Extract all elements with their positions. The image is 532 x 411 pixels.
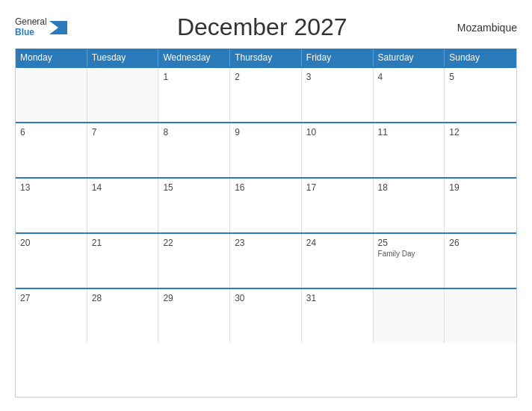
- calendar: MondayTuesdayWednesdayThursdayFridaySatu…: [15, 49, 517, 398]
- day-number: 13: [20, 182, 82, 193]
- calendar-cell: 22: [158, 234, 230, 288]
- day-number: 10: [306, 127, 368, 137]
- calendar-cell: 20: [16, 234, 87, 288]
- day-number: 25: [378, 238, 440, 248]
- calendar-cell: 1: [158, 68, 230, 122]
- calendar-week-1: 12345: [16, 67, 516, 122]
- calendar-cell: 4: [374, 68, 445, 122]
- calendar-title: December 2027: [177, 13, 347, 41]
- calendar-cell: 2: [230, 68, 302, 122]
- header-day-saturday: Saturday: [374, 49, 445, 67]
- calendar-cell: 5: [445, 68, 516, 122]
- day-number: 24: [306, 238, 368, 248]
- calendar-cell: 8: [158, 123, 230, 177]
- day-number: 3: [306, 72, 368, 82]
- calendar-cell: 7: [87, 123, 159, 177]
- day-number: 14: [92, 182, 154, 193]
- day-number: 28: [92, 293, 154, 303]
- calendar-cell: [445, 289, 516, 343]
- header-day-friday: Friday: [302, 49, 374, 67]
- day-number: 1: [163, 72, 225, 82]
- calendar-cell: 19: [445, 179, 516, 232]
- day-number: 9: [235, 127, 297, 137]
- page: General Blue December 2027 Mozambique Mo…: [0, 0, 532, 411]
- calendar-cell: 28: [87, 289, 159, 343]
- day-number: 30: [235, 293, 297, 303]
- day-number: 20: [20, 238, 82, 248]
- calendar-cell: 25Family Day: [374, 234, 445, 288]
- calendar-cell: 31: [302, 289, 374, 343]
- calendar-cell: 14: [87, 179, 159, 232]
- day-number: 8: [163, 127, 225, 137]
- calendar-cell: 13: [16, 179, 87, 232]
- day-number: 31: [306, 293, 368, 303]
- header-day-monday: Monday: [16, 49, 87, 67]
- calendar-cell: 16: [230, 179, 302, 232]
- day-number: 17: [306, 182, 368, 193]
- day-number: 23: [235, 238, 297, 248]
- calendar-week-3: 13141516171819: [16, 177, 516, 232]
- day-number: 4: [378, 72, 440, 82]
- day-number: 16: [235, 182, 297, 193]
- header: General Blue December 2027 Mozambique: [15, 13, 517, 41]
- calendar-cell: 3: [302, 68, 374, 122]
- day-number: 11: [378, 127, 440, 137]
- day-number: 6: [20, 127, 82, 137]
- calendar-cell: 17: [302, 179, 374, 232]
- logo-icon: [49, 21, 67, 34]
- day-number: 26: [449, 238, 512, 248]
- header-day-tuesday: Tuesday: [87, 49, 159, 67]
- calendar-cell: [374, 289, 445, 343]
- day-number: 19: [449, 182, 512, 193]
- calendar-cell: 23: [230, 234, 302, 288]
- calendar-cell: 9: [230, 123, 302, 177]
- day-number: 29: [163, 293, 225, 303]
- calendar-header: MondayTuesdayWednesdayThursdayFridaySatu…: [16, 49, 516, 67]
- calendar-body: 1234567891011121314151617181920212223242…: [16, 67, 516, 343]
- day-number: 18: [378, 182, 440, 193]
- day-number: 22: [163, 238, 225, 248]
- day-number: 27: [20, 293, 82, 303]
- logo-general: General: [15, 17, 47, 27]
- calendar-cell: 30: [230, 289, 302, 343]
- calendar-cell: 6: [16, 123, 87, 177]
- calendar-week-5: 2728293031: [16, 288, 516, 343]
- header-day-thursday: Thursday: [230, 49, 302, 67]
- logo-blue: Blue: [15, 28, 47, 37]
- day-number: 2: [235, 72, 297, 82]
- calendar-cell: 11: [374, 123, 445, 177]
- day-number: 15: [163, 182, 225, 193]
- day-number: 5: [449, 72, 512, 82]
- calendar-cell: 26: [445, 234, 516, 288]
- day-number: 21: [92, 238, 154, 248]
- header-day-wednesday: Wednesday: [158, 49, 230, 67]
- calendar-week-2: 6789101112: [16, 122, 516, 177]
- calendar-cell: 18: [374, 179, 445, 232]
- logo: General Blue: [15, 17, 67, 37]
- country-label: Mozambique: [457, 22, 517, 34]
- header-day-sunday: Sunday: [445, 49, 516, 67]
- holiday-label: Family Day: [378, 250, 440, 258]
- calendar-cell: 27: [16, 289, 87, 343]
- calendar-cell: [16, 68, 87, 122]
- logo-text: General Blue: [15, 17, 47, 37]
- calendar-cell: [87, 68, 159, 122]
- calendar-cell: 24: [302, 234, 374, 288]
- calendar-cell: 12: [445, 123, 516, 177]
- day-number: 12: [449, 127, 512, 137]
- calendar-cell: 29: [158, 289, 230, 343]
- calendar-cell: 10: [302, 123, 374, 177]
- calendar-week-4: 202122232425Family Day26: [16, 232, 516, 288]
- calendar-cell: 21: [87, 234, 159, 288]
- day-number: 7: [92, 127, 154, 137]
- calendar-cell: 15: [158, 179, 230, 232]
